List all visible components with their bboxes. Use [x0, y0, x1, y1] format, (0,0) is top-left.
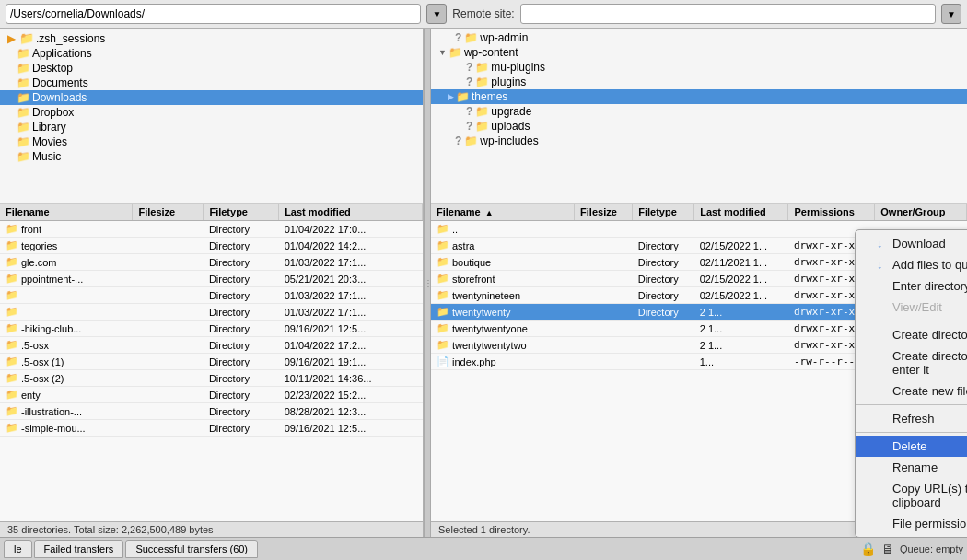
left-table-row[interactable]: 📁 .5-osx Directory 01/04/2022 17:2...	[0, 337, 423, 354]
col-perms-right[interactable]: Permissions	[788, 204, 875, 221]
right-cell-type	[633, 321, 694, 337]
col-lastmod-left[interactable]: Last modified	[279, 204, 423, 221]
left-cell-modified: 01/03/2022 17:1...	[279, 287, 423, 304]
tree-item-wp-includes[interactable]: ? 📁 wp-includes	[431, 134, 967, 148]
left-cell-name: 📁	[0, 304, 133, 321]
tree-item-dropbox[interactable]: 📁 Dropbox	[0, 105, 423, 120]
right-cell-type: Directory	[633, 254, 694, 271]
col-filesize-right[interactable]: Filesize	[575, 204, 633, 221]
left-cell-name: 📁 enty	[0, 387, 133, 403]
context-menu: ↓ Download ↓ Add files to queue Enter di…	[855, 229, 967, 537]
col-filename-left[interactable]: Filename	[0, 204, 133, 221]
context-menu-add-queue[interactable]: ↓ Add files to queue	[856, 254, 967, 275]
right-cell-modified: 2 1...	[694, 337, 788, 354]
left-table-row[interactable]: 📁 -hiking-club... Directory 09/16/2021 1…	[0, 321, 423, 337]
tab-failed-transfers[interactable]: Failed transfers	[34, 540, 124, 558]
left-cell-type: Directory	[204, 354, 279, 370]
separator-3	[856, 432, 967, 433]
right-cell-size	[575, 354, 633, 370]
context-menu-rename[interactable]: Rename	[856, 457, 967, 478]
right-cell-type: Directory	[633, 238, 694, 254]
context-menu-refresh[interactable]: Refresh	[856, 408, 967, 429]
top-bar: ▼ Remote site: ▼	[0, 0, 967, 29]
context-menu-delete[interactable]: Delete	[856, 436, 967, 457]
col-owner-right[interactable]: Owner/Group	[875, 204, 967, 221]
connection-icon: 🖥	[881, 542, 894, 556]
left-table-row[interactable]: 📁 gle.com Directory 01/03/2022 17:1...	[0, 254, 423, 271]
tree-item-movies[interactable]: 📁 Movies	[0, 134, 423, 149]
right-cell-size	[575, 221, 633, 238]
col-filetype-right[interactable]: Filetype	[633, 204, 694, 221]
left-cell-size	[133, 337, 204, 354]
local-path-dropdown[interactable]: ▼	[426, 4, 447, 24]
right-cell-size	[575, 238, 633, 254]
tree-item-music[interactable]: 📁 Music	[0, 149, 423, 164]
left-cell-name: 📁 gle.com	[0, 254, 133, 271]
left-cell-type: Directory	[204, 321, 279, 337]
col-filetype-left[interactable]: Filetype	[204, 204, 279, 221]
context-menu-enter-directory[interactable]: Enter directory	[856, 275, 967, 297]
tree-item-uploads[interactable]: ? 📁 uploads	[431, 119, 967, 134]
tab-successful-transfers[interactable]: Successful transfers (60)	[125, 540, 258, 558]
left-cell-size	[133, 238, 204, 254]
right-cell-modified	[694, 221, 788, 238]
left-cell-name: 📁	[0, 287, 133, 304]
left-cell-size	[133, 271, 204, 287]
left-cell-size	[133, 403, 204, 420]
context-menu-download[interactable]: ↓ Download	[856, 233, 967, 254]
left-cell-modified: 09/16/2021 12:5...	[279, 321, 423, 337]
tree-item-upgrade[interactable]: ? 📁 upgrade	[431, 104, 967, 119]
context-menu-create-file[interactable]: Create new file	[856, 380, 967, 402]
left-cell-name: 📁 -illustration-...	[0, 403, 133, 420]
left-cell-type: Directory	[204, 337, 279, 354]
left-cell-modified: 09/16/2021 19:1...	[279, 354, 423, 370]
left-table-row[interactable]: 📁 front Directory 01/04/2022 17:0...	[0, 221, 423, 238]
remote-path-input[interactable]	[520, 4, 936, 24]
left-table-row[interactable]: 📁 enty Directory 02/23/2022 15:2...	[0, 387, 423, 403]
left-cell-size	[133, 387, 204, 403]
right-cell-name: 📁twentynineteen	[431, 287, 575, 304]
context-menu-create-directory[interactable]: Create directory	[856, 324, 967, 345]
left-table-row[interactable]: 📁 ppointment-... Directory 05/21/2021 20…	[0, 271, 423, 287]
tree-item-desktop[interactable]: 📁 Desktop	[0, 61, 423, 76]
tree-item-applications[interactable]: 📁 Applications	[0, 46, 423, 61]
tree-item-themes[interactable]: ▶ 📁 themes	[431, 89, 967, 104]
context-menu-create-dir-enter[interactable]: Create directory and enter it	[856, 345, 967, 380]
tree-item-downloads[interactable]: 📁 Downloads	[0, 90, 423, 105]
left-table-row[interactable]: 📁 Directory 01/03/2022 17:1...	[0, 304, 423, 321]
right-cell-size	[575, 337, 633, 354]
tree-item-wp-admin[interactable]: ? 📁 wp-admin	[431, 30, 967, 45]
left-table-row[interactable]: 📁 -illustration-... Directory 08/28/2021…	[0, 403, 423, 420]
right-cell-modified: 02/15/2022 1...	[694, 238, 788, 254]
tree-item-plugins[interactable]: ? 📁 plugins	[431, 75, 967, 89]
left-cell-size	[133, 321, 204, 337]
left-table-row[interactable]: 📁 .5-osx (1) Directory 09/16/2021 19:1..…	[0, 354, 423, 370]
left-table-row[interactable]: 📁 tegories Directory 01/04/2022 14:2...	[0, 238, 423, 254]
left-table-row[interactable]: 📁 .5-osx (2) Directory 10/11/2021 14:36.…	[0, 370, 423, 387]
tree-item-mu-plugins[interactable]: ? 📁 mu-plugins	[431, 60, 967, 75]
remote-path-dropdown[interactable]: ▼	[941, 4, 961, 24]
tree-item-documents[interactable]: 📁 Documents	[0, 76, 423, 90]
left-cell-name: 📁 .5-osx (2)	[0, 370, 133, 387]
tree-item-library[interactable]: 📁 Library	[0, 120, 423, 134]
col-lastmod-right[interactable]: Last modified	[694, 204, 788, 221]
context-menu-file-permissions[interactable]: File permissions...	[856, 513, 967, 534]
right-cell-name: 📁..	[431, 221, 575, 238]
local-file-tree: ▶ 📁 .zsh_sessions 📁 Applications 📁 Deskt…	[0, 29, 423, 204]
context-menu-copy-url[interactable]: Copy URL(s) to clipboard	[856, 478, 967, 513]
col-filename-right[interactable]: Filename ▲	[431, 204, 575, 221]
panel-divider[interactable]: ⋮	[424, 29, 431, 537]
local-path-input[interactable]	[6, 4, 421, 24]
tree-item-zsh-sessions[interactable]: ▶ 📁 .zsh_sessions	[0, 30, 423, 46]
left-cell-type: Directory	[204, 271, 279, 287]
col-filesize-left[interactable]: Filesize	[133, 204, 204, 221]
right-cell-name: 📄index.php	[431, 354, 575, 370]
tree-item-wp-content[interactable]: ▼ 📁 wp-content	[431, 45, 967, 60]
left-table-row[interactable]: 📁 -simple-mou... Directory 09/16/2021 12…	[0, 420, 423, 437]
right-panel: ? 📁 wp-admin ▼ 📁 wp-content ? 📁 mu-plugi…	[431, 29, 967, 537]
tab-log[interactable]: le	[4, 540, 32, 558]
left-cell-modified: 02/23/2022 15:2...	[279, 387, 423, 403]
left-table-row[interactable]: 📁 Directory 01/03/2022 17:1...	[0, 287, 423, 304]
right-cell-name: 📁astra	[431, 238, 575, 254]
remote-file-tree: ? 📁 wp-admin ▼ 📁 wp-content ? 📁 mu-plugi…	[431, 29, 967, 204]
